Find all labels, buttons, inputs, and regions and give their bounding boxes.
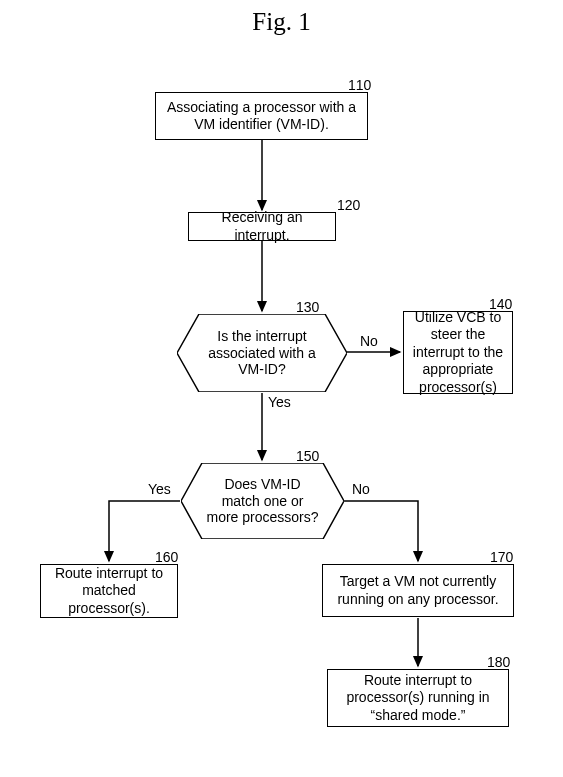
decision-150: Does VM-ID match one or more processors? <box>181 463 344 539</box>
decision-130: Is the interrupt associated with a VM-ID… <box>177 314 347 392</box>
ref-label-160: 160 <box>155 549 178 565</box>
ref-label-130: 130 <box>296 299 319 315</box>
process-110: Associating a processor with a VM identi… <box>155 92 368 140</box>
ref-label-120: 120 <box>337 197 360 213</box>
decision-150-text: Does VM-ID match one or more processors? <box>206 476 318 526</box>
ref-label-170: 170 <box>490 549 513 565</box>
process-120: Receiving an interrupt. <box>188 212 336 241</box>
ref-label-110: 110 <box>348 77 371 93</box>
ref-label-180: 180 <box>487 654 510 670</box>
process-180: Route interrupt to processor(s) running … <box>327 669 509 727</box>
process-160: Route interrupt to matched processor(s). <box>40 564 178 618</box>
process-110-text: Associating a processor with a VM identi… <box>167 99 356 134</box>
process-180-text: Route interrupt to processor(s) running … <box>346 672 489 725</box>
process-160-text: Route interrupt to matched processor(s). <box>55 565 163 618</box>
process-170: Target a VM not currently running on any… <box>322 564 514 617</box>
edge-150-yes: Yes <box>148 481 171 497</box>
ref-label-150: 150 <box>296 448 319 464</box>
process-140: Utilize VCB to steer the interrupt to th… <box>403 311 513 394</box>
figure-title: Fig. 1 <box>0 8 563 36</box>
process-120-text: Receiving an interrupt. <box>193 209 331 244</box>
process-140-text: Utilize VCB to steer the interrupt to th… <box>413 309 503 397</box>
edge-130-no: No <box>360 333 378 349</box>
edge-150-no: No <box>352 481 370 497</box>
edge-130-yes: Yes <box>268 394 291 410</box>
process-170-text: Target a VM not currently running on any… <box>337 573 498 608</box>
decision-130-text: Is the interrupt associated with a VM-ID… <box>208 328 315 378</box>
